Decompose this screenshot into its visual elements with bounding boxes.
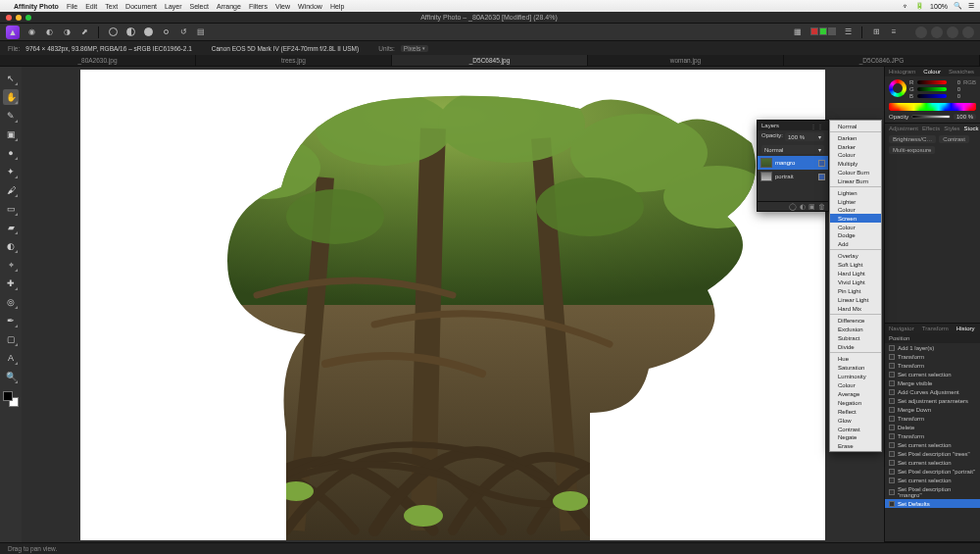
window-close-button[interactable] [6,15,12,21]
slider-value[interactable]: 0 [949,86,960,92]
blend-mode-option[interactable]: Average [830,389,881,398]
control-center-icon[interactable]: ☰ [968,2,974,10]
tab-effects[interactable]: Effects [922,126,940,131]
history-item[interactable]: Merge visible [885,378,980,387]
account-button[interactable] [915,26,927,38]
doc-tab[interactable]: _80A2630.jpg [0,55,196,66]
blend-mode-option[interactable]: Hard Light [830,269,881,277]
canvas-area[interactable] [22,67,884,542]
tab-stock[interactable]: Stock [964,126,979,131]
slider-value[interactable]: 0 [949,79,960,85]
auto-colours-button[interactable] [142,26,154,38]
colour-picker-tool[interactable]: ✎ [3,108,19,124]
blend-mode-option[interactable]: Screen [830,214,881,223]
layer-visible-checkbox[interactable] [818,160,825,167]
auto-contrast-button[interactable] [124,26,136,38]
menu-layer[interactable]: Layer [165,3,182,10]
history-item[interactable]: Set adjustment parameters [885,396,980,405]
menu-view[interactable]: View [275,3,290,10]
layer-row[interactable]: portrait [758,170,828,183]
menu-help[interactable]: Help [330,3,344,10]
colour-slider[interactable] [917,94,947,98]
arrange-icon[interactable]: ⊞ [870,26,882,38]
units-dropdown[interactable]: Pixels▾ [401,45,428,52]
app-menu[interactable]: Affinity Photo [14,3,59,10]
doc-tab[interactable]: _D5C6845.jpg [392,55,588,66]
blend-mode-option[interactable]: Reflect [830,407,881,416]
tab-histogram[interactable]: Histogram [885,67,919,76]
history-item[interactable]: Set current selection [885,476,980,484]
history-item[interactable]: Transform [885,414,980,423]
doc-tab[interactable]: _D5C6846.JPG [784,55,980,66]
blend-mode-option[interactable]: Saturation [830,363,881,372]
window-minimize-button[interactable] [16,15,22,21]
tab-transform[interactable]: Transform [918,324,953,333]
colour-slider[interactable] [917,80,947,84]
auto-wb-button[interactable] [160,26,172,38]
liquify-persona-button[interactable]: ◉ [25,26,37,38]
add-layer-icon[interactable]: ▣ [808,203,815,211]
blend-mode-option[interactable]: Linear Light [830,295,881,304]
history-item[interactable]: Delete [885,423,980,431]
export-persona-button[interactable]: ⬈ [78,26,90,38]
menu-text[interactable]: Text [105,3,118,10]
blend-mode-option[interactable]: Soft Light [830,260,881,269]
blend-mode-option[interactable]: Hue [830,354,881,363]
menu-file[interactable]: File [67,3,77,10]
history-item[interactable]: Set current selection [885,458,980,467]
inpainting-tool[interactable]: ◎ [3,294,19,310]
layer-opacity-dropdown[interactable]: 100 %▾ [785,132,824,141]
blend-mode-menu[interactable]: NormalDarkenDarker ColourMultiplyColour … [829,120,882,452]
blend-mode-option[interactable]: Multiply [830,159,881,168]
view-tool[interactable]: ✋ [3,89,19,105]
develop-persona-button[interactable]: ◐ [43,26,55,38]
prefs-button[interactable] [947,26,958,38]
tab-adjustment[interactable]: Adjustment [889,126,918,131]
assistant-button[interactable]: ☰ [842,26,854,38]
panel-grip-icon[interactable]: ⋮⋮ [810,123,824,129]
menu-select[interactable]: Select [190,3,209,10]
doc-tab[interactable]: woman.jpg [588,55,784,66]
blend-mode-option[interactable]: Divide [830,342,881,351]
blend-mode-option[interactable]: Luminosity [830,372,881,380]
history-item[interactable]: Add Curves Adjustment [885,387,980,396]
add-mask-icon[interactable]: ◯ [789,203,797,211]
history-item[interactable]: Transform [885,352,980,361]
blend-mode-option[interactable]: Overlay [830,251,881,260]
blend-mode-option[interactable]: Difference [830,316,881,325]
history-item[interactable]: Set current selection [885,440,980,449]
blend-mode-option[interactable]: Glow [830,416,881,425]
dodge-tool[interactable]: ◐ [3,238,19,254]
spotlight-icon[interactable]: 🔍 [954,2,962,10]
history-item[interactable]: Set current selection [885,370,980,378]
tab-styles[interactable]: Styles [944,126,959,131]
shape-tool[interactable]: ▢ [3,331,19,347]
pen-tool[interactable]: ✒ [3,313,19,328]
blend-mode-option[interactable]: Pin Light [830,286,881,295]
quick-mask-button[interactable]: ▦ [792,26,804,38]
blend-mode-option[interactable]: Colour Dodge [830,223,881,239]
levels-icon[interactable]: ▤ [195,26,207,38]
tab-swatches[interactable]: Swatches [945,67,978,76]
doc-tab[interactable]: trees.jpg [196,55,392,66]
history-item[interactable]: Transform [885,431,980,440]
wifi-icon[interactable]: ᯤ [903,3,909,10]
blend-mode-option[interactable]: Lighter Colour [830,197,881,214]
healing-tool[interactable]: ✚ [3,276,19,291]
menu-document[interactable]: Document [125,3,157,10]
blend-mode-option[interactable]: Add [830,239,881,248]
menu-window[interactable]: Window [298,3,322,10]
menu-arrange[interactable]: Arrange [217,3,241,10]
history-item[interactable]: Set Defaults [885,499,980,508]
history-item[interactable]: Set Pixel description "portrait" [885,467,980,476]
blend-mode-option[interactable]: Lighten [830,188,881,197]
blend-mode-option[interactable]: Contrast Negate [830,425,881,441]
help-button[interactable] [931,26,943,38]
tab-navigator[interactable]: Navigator [885,324,918,333]
blend-mode-option[interactable]: Colour [830,380,881,389]
blend-mode-option[interactable]: Colour Burn [830,168,881,176]
blend-mode-option[interactable]: Exclusion [830,325,881,333]
colour-mode-label[interactable]: RGB [963,79,976,85]
document-canvas[interactable] [80,70,825,540]
colour-wheel[interactable] [889,79,906,97]
